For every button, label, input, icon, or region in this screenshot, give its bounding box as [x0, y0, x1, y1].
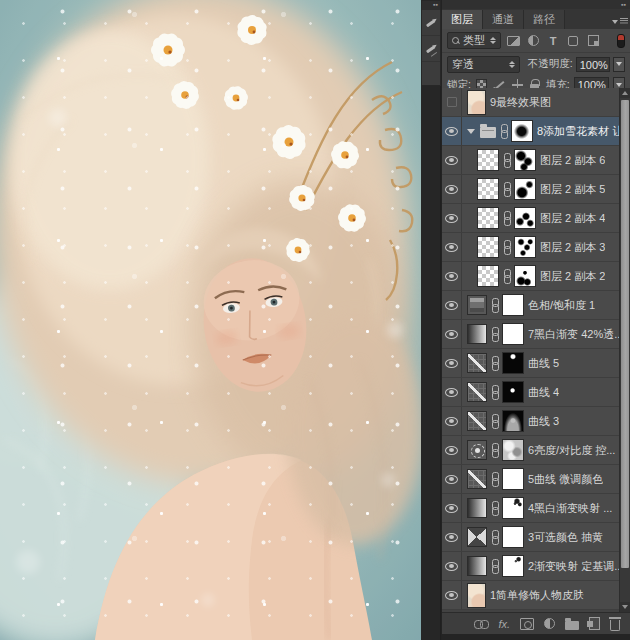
layer-thumbnail[interactable]: [467, 411, 487, 431]
layer-thumbnail[interactable]: [467, 382, 487, 402]
mask-link-icon[interactable]: [491, 559, 498, 573]
layer-mask-thumbnail[interactable]: [502, 352, 524, 374]
mask-link-icon[interactable]: [491, 298, 498, 312]
layer-row[interactable]: 4黑白渐变映射 ...: [442, 494, 630, 523]
layer-row[interactable]: 图层 2 副本 2: [442, 262, 630, 291]
layer-mask-thumbnail[interactable]: [502, 555, 524, 577]
mask-link-icon[interactable]: [503, 240, 510, 254]
smart-object-filter-icon[interactable]: [585, 33, 601, 49]
layer-row[interactable]: 图层 2 副本 5: [442, 175, 630, 204]
mask-link-icon[interactable]: [491, 501, 498, 515]
new-group-icon[interactable]: [565, 616, 579, 632]
layer-name[interactable]: 曲线 5: [528, 356, 559, 371]
layer-thumbnail[interactable]: [467, 498, 487, 518]
layer-name[interactable]: 2渐变映射 定基调...: [528, 559, 623, 574]
layer-mask-thumbnail[interactable]: [502, 468, 524, 490]
tab-layers[interactable]: 图层: [442, 10, 483, 29]
layer-row[interactable]: 2渐变映射 定基调...: [442, 552, 630, 581]
adjustment-layer-filter-icon[interactable]: [525, 33, 541, 49]
new-layer-icon[interactable]: [589, 616, 600, 632]
visibility-toggle[interactable]: [442, 146, 462, 174]
visibility-toggle[interactable]: [442, 581, 462, 609]
layer-filter-toggle[interactable]: [617, 34, 625, 48]
mask-link-icon[interactable]: [500, 124, 507, 138]
new-adjustment-layer-icon[interactable]: [544, 616, 555, 632]
delete-layer-icon[interactable]: [610, 616, 620, 632]
visibility-toggle[interactable]: [442, 378, 462, 406]
mask-link-icon[interactable]: [503, 182, 510, 196]
opacity-value[interactable]: 100%: [576, 57, 611, 72]
visibility-toggle[interactable]: [442, 349, 462, 377]
mask-link-icon[interactable]: [491, 472, 498, 486]
layer-thumbnail[interactable]: [477, 236, 499, 258]
visibility-toggle[interactable]: [442, 262, 462, 290]
photo-canvas[interactable]: [0, 0, 421, 640]
layer-thumbnail[interactable]: [467, 295, 487, 315]
tab-channels[interactable]: 通道: [483, 10, 524, 29]
layer-thumbnail[interactable]: [467, 440, 487, 460]
visibility-toggle[interactable]: [442, 291, 462, 319]
layer-row[interactable]: 色相/饱和度 1: [442, 291, 630, 320]
expand-caret-icon[interactable]: [467, 129, 475, 134]
layer-row[interactable]: 图层 2 副本 6: [442, 146, 630, 175]
layer-row[interactable]: 3可选颜色 抽黄: [442, 523, 630, 552]
filter-type-dropdown[interactable]: 类型: [447, 32, 501, 49]
layers-scrollbar[interactable]: [619, 88, 630, 612]
layer-row[interactable]: 7黑白渐变 42%透...: [442, 320, 630, 349]
layer-name[interactable]: 5曲线 微调颜色: [528, 472, 603, 487]
layer-name[interactable]: 3可选颜色 抽黄: [528, 530, 603, 545]
layer-mask-thumbnail[interactable]: [514, 207, 536, 229]
layer-row[interactable]: 6亮度/对比度 控...: [442, 436, 630, 465]
layer-thumbnail[interactable]: [467, 90, 486, 115]
scroll-up-arrow[interactable]: [620, 88, 630, 98]
layer-mask-thumbnail[interactable]: [502, 323, 524, 345]
layer-name[interactable]: 图层 2 副本 3: [540, 240, 605, 255]
mask-link-icon[interactable]: [491, 385, 498, 399]
mask-link-icon[interactable]: [503, 153, 510, 167]
brush-settings-icon[interactable]: [422, 36, 440, 62]
layer-thumbnail[interactable]: [477, 207, 499, 229]
layer-mask-thumbnail[interactable]: [514, 149, 536, 171]
pixel-layer-filter-icon[interactable]: [505, 33, 521, 49]
layer-thumbnail[interactable]: [477, 149, 499, 171]
tab-paths[interactable]: 路径: [524, 10, 565, 29]
add-layer-mask-icon[interactable]: [520, 616, 534, 632]
mask-link-icon[interactable]: [491, 443, 498, 457]
visibility-toggle[interactable]: [442, 494, 462, 522]
layer-row[interactable]: 曲线 5: [442, 349, 630, 378]
layer-name[interactable]: 6亮度/对比度 控...: [528, 443, 615, 458]
layer-name[interactable]: 图层 2 副本 4: [540, 211, 605, 226]
visibility-toggle[interactable]: [442, 552, 462, 580]
layer-name[interactable]: 4黑白渐变映射 ...: [528, 501, 612, 516]
layer-name[interactable]: 色相/饱和度 1: [528, 298, 595, 313]
shape-layer-filter-icon[interactable]: [565, 33, 581, 49]
mask-link-icon[interactable]: [491, 356, 498, 370]
mask-link-icon[interactable]: [503, 269, 510, 283]
layer-thumbnail[interactable]: [467, 353, 487, 373]
layer-row[interactable]: 图层 2 副本 4: [442, 204, 630, 233]
mask-link-icon[interactable]: [491, 327, 498, 341]
layer-mask-thumbnail[interactable]: [511, 120, 533, 142]
visibility-toggle[interactable]: [442, 88, 462, 116]
layer-mask-thumbnail[interactable]: [502, 294, 524, 316]
layer-thumbnail[interactable]: [480, 127, 496, 138]
layer-mask-thumbnail[interactable]: [502, 526, 524, 548]
layer-name[interactable]: 1简单修饰人物皮肤: [490, 588, 584, 603]
layer-style-icon[interactable]: fx.: [498, 616, 510, 632]
layer-mask-thumbnail[interactable]: [502, 410, 524, 432]
panel-menu-button[interactable]: [610, 14, 630, 29]
visibility-toggle[interactable]: [442, 320, 462, 348]
layer-row[interactable]: 9最终效果图: [442, 88, 630, 117]
layer-row[interactable]: 8添加雪花素材 让...: [442, 117, 630, 146]
layer-thumbnail[interactable]: [477, 265, 499, 287]
scrollbar-thumb[interactable]: [621, 100, 629, 568]
link-layers-icon[interactable]: [474, 616, 488, 632]
mini-dock-collapse-button[interactable]: ▪▪: [422, 1, 440, 10]
layer-name[interactable]: 图层 2 副本 2: [540, 269, 605, 284]
layer-thumbnail[interactable]: [477, 178, 499, 200]
layer-name[interactable]: 曲线 3: [528, 414, 559, 429]
layer-name[interactable]: 图层 2 副本 6: [540, 153, 605, 168]
visibility-toggle[interactable]: [442, 465, 462, 493]
layer-mask-thumbnail[interactable]: [514, 236, 536, 258]
opacity-dropdown-button[interactable]: [613, 57, 625, 72]
